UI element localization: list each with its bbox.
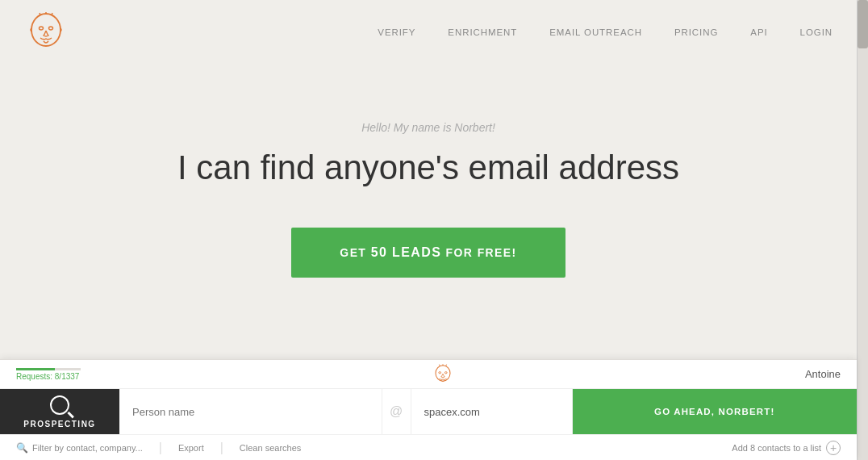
prospecting-button[interactable]: Prospecting: [0, 389, 119, 434]
nav-email-outreach[interactable]: Email Outreach: [549, 27, 642, 37]
main-content: Hello! My name is Norbert! I can find an…: [0, 65, 857, 278]
svg-point-5: [49, 27, 53, 30]
nav-api[interactable]: API: [750, 27, 767, 37]
domain-input[interactable]: [411, 389, 573, 434]
svg-line-1: [40, 13, 40, 15]
logo-icon: [24, 10, 69, 55]
cta-pre: Get: [340, 246, 370, 259]
cta-post: for free!: [441, 246, 516, 259]
add-contacts[interactable]: Add 8 contacts to a list +: [732, 441, 841, 455]
logo[interactable]: [24, 10, 69, 55]
nav-enrichment[interactable]: Enrichment: [448, 27, 517, 37]
panel-logo-icon: [431, 362, 455, 387]
bottom-panel: Requests: 8/1337 Antoine Prospecting @ G…: [0, 359, 857, 460]
filter-label: Filter by contact, company...: [32, 443, 143, 453]
export-button[interactable]: Export: [178, 443, 204, 453]
nav-verify[interactable]: Verify: [378, 27, 415, 37]
scrollbar[interactable]: [857, 0, 868, 460]
add-contacts-label: Add 8 contacts to a list: [732, 443, 821, 453]
main-nav: Verify Enrichment Email Outreach Pricing…: [378, 27, 833, 37]
nav-pricing[interactable]: Pricing: [674, 27, 718, 37]
panel-header: Requests: 8/1337 Antoine: [0, 360, 857, 389]
hero-headline: I can find anyone's email address: [177, 148, 679, 187]
divider-2: |: [220, 441, 223, 455]
svg-point-7: [439, 371, 441, 373]
svg-point-4: [40, 27, 44, 30]
person-name-input[interactable]: [119, 389, 382, 434]
header: Verify Enrichment Email Outreach Pricing…: [0, 0, 857, 65]
requests-info: Requests: 8/1337: [16, 368, 81, 381]
svg-point-6: [436, 365, 450, 381]
filter-row: 🔍 Filter by contact, company... | Export…: [0, 434, 857, 460]
nav-login[interactable]: Login: [800, 27, 833, 37]
requests-bar-fill: [16, 368, 55, 370]
svg-line-11: [446, 364, 447, 366]
svg-point-0: [31, 14, 61, 46]
requests-text: Requests: 8/1337: [16, 372, 81, 381]
go-button[interactable]: Go ahead, Norbert!: [573, 389, 858, 434]
prospecting-label: Prospecting: [23, 420, 95, 429]
add-circle-icon: +: [826, 441, 841, 455]
filter-button[interactable]: 🔍 Filter by contact, company...: [16, 442, 143, 454]
scrollbar-thumb[interactable]: [858, 0, 868, 48]
user-name: Antoine: [805, 368, 841, 380]
search-icon: [50, 395, 69, 415]
filter-icon: 🔍: [16, 442, 28, 454]
divider-1: |: [159, 441, 162, 455]
search-row: Prospecting @ Go ahead, Norbert!: [0, 389, 857, 434]
svg-line-9: [439, 364, 440, 366]
requests-bar: [16, 368, 81, 370]
cta-button[interactable]: Get 50 Leads for free!: [291, 228, 565, 278]
clean-searches-button[interactable]: Clean searches: [240, 443, 301, 453]
at-symbol: @: [390, 404, 403, 419]
svg-point-8: [444, 371, 447, 373]
cta-bold: 50 Leads: [371, 245, 442, 259]
hero-subtitle: Hello! My name is Norbert!: [361, 121, 495, 134]
at-separator: @: [382, 389, 411, 434]
svg-line-3: [52, 13, 52, 15]
